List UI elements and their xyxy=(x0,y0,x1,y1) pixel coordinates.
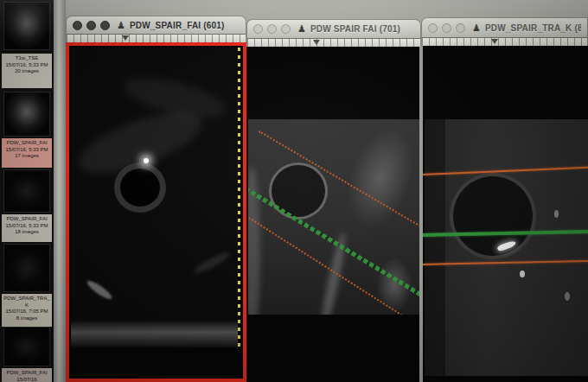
series-datetime: 15/07/16, 5:33 PM xyxy=(3,223,51,230)
series-label: PDW_SPAIR_FAI 15/07/16 xyxy=(2,368,52,382)
thumbnail-image xyxy=(4,92,49,136)
window-titlebar[interactable]: ♟ PDW_SPAIR_TRA_K (8… xyxy=(421,17,588,38)
femoral-head-outline xyxy=(114,162,166,213)
thumbnail-image xyxy=(4,3,49,49)
sidebar-divider xyxy=(54,0,66,382)
mri-tissue-streak xyxy=(192,250,231,276)
viewport-frame xyxy=(421,46,588,382)
window-title: PDW_SPAIR_TRA_K (8… xyxy=(485,23,581,33)
slice-position-indicator xyxy=(238,48,240,350)
bright-lesion-marker xyxy=(144,158,149,163)
series-name: PDW_SPAIR_FAI xyxy=(3,216,51,223)
series-window-icon: ♟ xyxy=(297,24,306,34)
zoom-button-icon[interactable] xyxy=(100,21,110,30)
series-image-count: 17 images xyxy=(3,153,51,160)
mri-bright-streak xyxy=(85,278,113,302)
series-item[interactable]: PDW_SPAIR_FAI 15/07/16 xyxy=(0,327,54,382)
close-button-icon[interactable] xyxy=(253,24,263,34)
viewer-window-3: ♟ PDW_SPAIR_TRA_K (8… xyxy=(421,17,588,382)
bright-fleck xyxy=(565,292,570,301)
close-button-icon[interactable] xyxy=(428,23,438,33)
thumbnail-image xyxy=(4,328,49,366)
femoral-head-outline xyxy=(450,173,536,259)
screen: T1w_TSE 15/07/16, 5:33 PM 20 images PDW_… xyxy=(0,0,588,382)
series-item[interactable]: PDW_SPAIR_FAI 15/07/16, 5:33 PM 17 image… xyxy=(0,92,54,169)
series-thumbnail xyxy=(3,244,50,292)
viewport-frame-selected xyxy=(66,42,246,382)
series-name: T1w_TSE xyxy=(3,55,51,62)
series-label: T1w_TSE 15/07/16, 5:33 PM 20 images xyxy=(2,54,52,88)
thumbnail-image xyxy=(4,170,49,212)
window-titlebar[interactable]: ♟ PDW_SPAIR_FAI (601) xyxy=(66,16,246,35)
minimize-button-icon[interactable] xyxy=(267,24,277,34)
viewer-window-2: ♟ PDW SPAIR FAI (701) xyxy=(246,19,421,382)
minimize-button-icon[interactable] xyxy=(86,21,96,30)
series-image-count: 8 images xyxy=(3,315,51,322)
mri-bright-band xyxy=(71,321,238,347)
slice-slider[interactable] xyxy=(421,38,588,46)
series-datetime: 15/07/16, 7:05 PM xyxy=(3,309,51,315)
series-item[interactable]: PDW_SPAIR_TRA_ K 15/07/16, 7:05 PM 8 ima… xyxy=(0,244,54,327)
series-name: PDW_SPAIR_TRA_ xyxy=(3,296,51,302)
mri-viewport-sagittal-2[interactable] xyxy=(248,119,419,315)
window-titlebar[interactable]: ♟ PDW SPAIR FAI (701) xyxy=(246,19,421,39)
zoom-button-icon[interactable] xyxy=(281,24,291,34)
series-datetime: 15/07/16, 5:33 PM xyxy=(3,147,51,154)
mri-viewport-axial[interactable] xyxy=(425,119,588,376)
slice-slider[interactable] xyxy=(246,39,421,47)
series-datetime: 15/07/16 xyxy=(3,377,51,382)
series-name: PDW_SPAIR_FAI xyxy=(3,370,51,377)
mri-dark-band xyxy=(425,119,445,376)
series-image-count: 20 images xyxy=(3,68,51,75)
window-title: PDW_SPAIR_FAI (601) xyxy=(130,21,225,30)
series-label: PDW_SPAIR_TRA_ K 15/07/16, 7:05 PM 8 ima… xyxy=(2,294,52,327)
series-datetime: 15/07/16, 5:33 PM xyxy=(3,62,51,69)
series-thumbnail xyxy=(3,327,50,366)
series-image-count: 18 images xyxy=(3,229,51,236)
series-sidebar: T1w_TSE 15/07/16, 5:33 PM 20 images PDW_… xyxy=(0,0,54,382)
series-label-selected: PDW_SPAIR_FAI 15/07/16, 5:33 PM 17 image… xyxy=(2,138,52,168)
viewer-window-1: ♟ PDW_SPAIR_FAI (601) xyxy=(66,16,246,382)
close-button-icon[interactable] xyxy=(73,21,82,30)
series-window-icon: ♟ xyxy=(117,21,125,30)
bright-fleck xyxy=(554,210,559,218)
series-name: PDW_SPAIR_FAI xyxy=(3,140,51,147)
slice-slider-notch xyxy=(491,39,498,44)
window-title: PDW SPAIR FAI (701) xyxy=(310,24,400,34)
slice-slider[interactable] xyxy=(66,35,246,42)
series-thumbnail xyxy=(3,169,50,213)
series-name-wrap: K xyxy=(3,302,51,309)
minimize-button-icon[interactable] xyxy=(442,23,451,33)
series-thumbnail xyxy=(3,92,50,137)
series-label: PDW_SPAIR_FAI 15/07/16, 5:33 PM 18 image… xyxy=(2,214,52,242)
mri-viewport-sagittal[interactable] xyxy=(71,48,238,348)
thumbnail-image xyxy=(4,245,49,291)
series-item[interactable]: T1w_TSE 15/07/16, 5:33 PM 20 images xyxy=(0,2,54,90)
viewport-frame xyxy=(246,47,421,382)
series-thumbnail xyxy=(3,2,50,50)
zoom-button-icon[interactable] xyxy=(456,23,465,33)
series-window-icon: ♟ xyxy=(472,23,481,33)
bright-fleck xyxy=(520,271,525,277)
series-item[interactable]: PDW_SPAIR_FAI 15/07/16, 5:33 PM 18 image… xyxy=(0,169,54,244)
slice-slider-notch xyxy=(313,40,320,45)
slice-slider-notch xyxy=(122,35,129,41)
